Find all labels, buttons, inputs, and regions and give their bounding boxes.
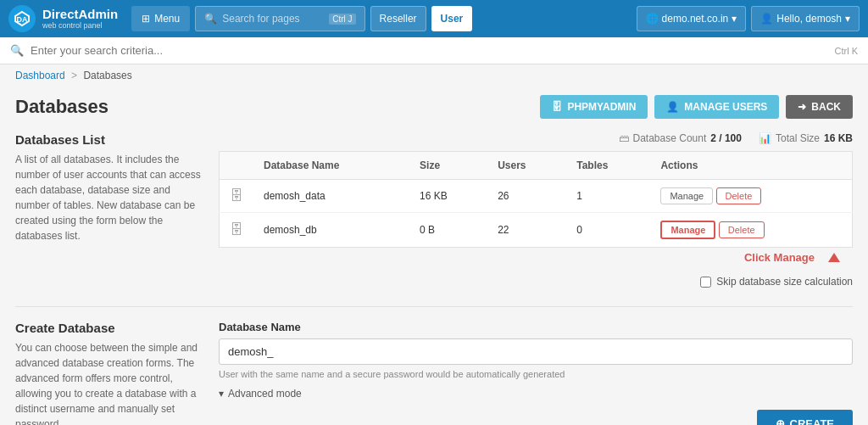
page-title: Databases [15, 96, 108, 118]
db-tables-cell: 0 [566, 213, 650, 248]
db-name-cell: demosh_data [253, 180, 409, 213]
click-manage-tooltip: Click Manage [219, 248, 853, 264]
col-icon [220, 152, 254, 180]
row-icon-cell: 🗄 [220, 180, 254, 213]
create-button[interactable]: ⊕ CREATE [757, 410, 853, 425]
create-title: Create Database [15, 321, 202, 335]
form-hint: User with the same name and a secure pas… [219, 369, 853, 379]
db-size-cell: 16 KB [409, 180, 487, 213]
db-count-icon: 🗃 [619, 132, 629, 144]
db-tables-cell: 1 [566, 180, 650, 213]
db-name-input[interactable] [219, 338, 853, 365]
breadcrumb: Dashboard > Databases [0, 64, 868, 87]
db-row-icon: 🗄 [230, 222, 243, 237]
search-shortcut-badge: Ctrl K [835, 46, 859, 56]
menu-button[interactable]: ⊞ Menu [131, 6, 190, 31]
create-desc: You can choose between the simple and ad… [15, 340, 202, 425]
click-manage-label: Click Manage [744, 251, 815, 264]
db-users-cell: 26 [487, 180, 566, 213]
breadcrumb-parent[interactable]: Dashboard [15, 70, 65, 81]
databases-table: Database Name Size Users Tables Actions … [219, 151, 853, 248]
db-users-cell: 22 [487, 213, 566, 248]
svg-text:DA: DA [17, 15, 28, 24]
db-size-stat: 📊 Total Size 16 KB [759, 132, 853, 144]
section-divider [15, 306, 853, 307]
db-name-cell: demosh_db [253, 213, 409, 248]
domain-selector[interactable]: 🌐 demo.net.co.in ▾ [637, 6, 747, 31]
row-icon-cell: 🗄 [220, 213, 254, 248]
search-input[interactable] [31, 44, 828, 57]
user-icon: 👤 [760, 13, 773, 25]
back-button[interactable]: ➜ BACK [786, 95, 853, 119]
db-name-label: Database Name [219, 321, 853, 333]
logo: DA DirectAdmin web control panel [8, 5, 118, 32]
db-actions-cell: Manage Delete [650, 180, 852, 213]
col-users: Users [487, 152, 566, 180]
search-bar: 🔍 Ctrl K [0, 37, 868, 64]
table-row: 🗄 demosh_db 0 B 22 0 Manage Delete [220, 213, 853, 248]
delete-db-button-1[interactable]: Delete [716, 187, 762, 204]
manage-db-button-1[interactable]: Manage [660, 187, 713, 204]
db-row-icon: 🗄 [230, 188, 243, 203]
col-size: Size [409, 152, 487, 180]
create-database-section: Create Database You can choose between t… [15, 321, 853, 425]
user-menu[interactable]: 👤 Hello, demosh ▾ [751, 6, 860, 31]
logo-sub: web control panel [42, 21, 118, 30]
navbar: DA DirectAdmin web control panel ⊞ Menu … [0, 0, 868, 37]
create-btn-row: ⊕ CREATE [219, 410, 853, 425]
user-button[interactable]: User [431, 6, 473, 31]
arrow-icon: ➜ [798, 101, 806, 113]
db-icon: 🗄 [552, 101, 562, 113]
main-content: Databases 🗄 PHPMYADMIN 👤 MANAGE USERS ➜ … [0, 87, 868, 425]
skip-label: Skip database size calculation [716, 276, 853, 288]
page-header: Databases 🗄 PHPMYADMIN 👤 MANAGE USERS ➜ … [15, 95, 853, 119]
db-actions-cell: Manage Delete [650, 213, 852, 248]
grid-icon: ⊞ [142, 13, 150, 25]
advanced-toggle[interactable]: ▾ Advanced mode [219, 388, 853, 400]
nav-search: 🔍 Ctrl J [195, 6, 364, 31]
table-header-row: Database Name Size Users Tables Actions [220, 152, 853, 180]
skip-row: Skip database size calculation [219, 271, 853, 293]
logo-icon: DA [8, 5, 36, 32]
databases-list-desc: A list of all databases. It includes the… [15, 152, 202, 243]
table-row: 🗄 demosh_data 16 KB 26 1 Manage Delete [220, 180, 853, 213]
users-icon: 👤 [666, 101, 679, 113]
breadcrumb-current: Databases [83, 70, 131, 81]
create-description: Create Database You can choose between t… [15, 321, 202, 425]
col-actions: Actions [650, 152, 852, 180]
delete-db-button-2[interactable]: Delete [719, 221, 765, 238]
databases-list-description: Databases List A list of all databases. … [15, 132, 202, 293]
chevron-down-icon: ▾ [219, 388, 224, 400]
phpmyadmin-button[interactable]: 🗄 PHPMYADMIN [540, 95, 648, 119]
search-shortcut: Ctrl J [329, 14, 355, 25]
databases-list-content: 🗃 Database Count 2 / 100 📊 Total Size 16… [219, 132, 853, 293]
col-tables: Tables [566, 152, 650, 180]
globe-icon: 🌐 [646, 13, 659, 25]
db-size-cell: 0 B [409, 213, 487, 248]
header-actions: 🗄 PHPMYADMIN 👤 MANAGE USERS ➜ BACK [540, 95, 853, 119]
manage-db-button-2[interactable]: Manage [660, 221, 715, 239]
col-name: Database Name [253, 152, 409, 180]
stats-row: 🗃 Database Count 2 / 100 📊 Total Size 16… [219, 132, 853, 144]
reseller-button[interactable]: Reseller [370, 6, 426, 31]
chevron-icon: ▾ [732, 13, 737, 25]
nav-search-input[interactable] [222, 13, 324, 25]
db-count-stat: 🗃 Database Count 2 / 100 [619, 132, 742, 144]
databases-list-title: Databases List [15, 132, 202, 147]
create-form: Database Name User with the same name an… [219, 321, 853, 425]
databases-list-section: Databases List A list of all databases. … [15, 132, 853, 293]
skip-checkbox[interactable] [700, 277, 711, 288]
db-size-icon: 📊 [759, 132, 771, 144]
manage-users-button[interactable]: 👤 MANAGE USERS [654, 95, 779, 119]
plus-icon: ⊕ [776, 417, 785, 425]
search-bar-icon: 🔍 [10, 44, 24, 57]
breadcrumb-separator: > [71, 70, 77, 81]
logo-name: DirectAdmin [42, 8, 118, 22]
search-icon: 🔍 [204, 13, 217, 25]
chevron-down-icon: ▾ [845, 13, 850, 25]
